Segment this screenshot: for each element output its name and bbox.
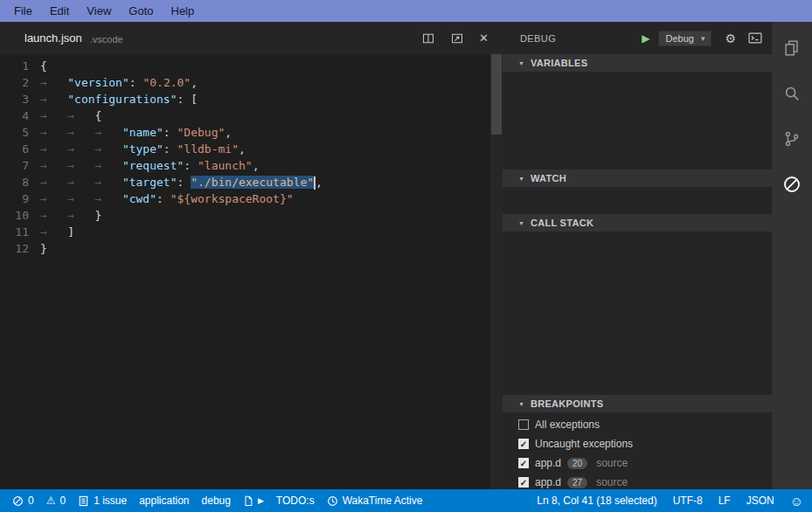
breakpoint-checkbox[interactable]: ✓ [518,439,529,449]
debug-config-select[interactable]: Debug ▾ [658,31,711,46]
code-token: "type" [122,142,163,156]
code-token: "lldb-mi" [177,142,239,156]
line-number[interactable]: 9 [0,190,40,207]
document-icon [243,495,253,507]
menu-help[interactable]: Help [163,2,204,20]
code-token: : [ [177,93,198,106]
app-name[interactable]: application [139,495,189,507]
variables-section-title: VARIABLES [531,58,587,68]
code-token: "request" [122,159,184,172]
line-number[interactable]: 7 [0,157,40,174]
code-line[interactable]: 4→→{ [0,107,490,124]
chevron-down-icon: ▾ [701,34,705,43]
issues-indicator[interactable]: 1 issue [78,495,127,507]
tab-whitespace-arrow: → [67,174,94,190]
breakpoint-checkbox[interactable]: ✓ [518,477,529,488]
call-stack-section-header[interactable]: ▼ CALL STACK [503,214,772,232]
debug-sidebar-header: DEBUG ▶ Debug ▾ ⚙ [503,22,772,54]
feedback-smiley-icon[interactable]: ☺ [790,495,803,508]
breakpoint-checkbox[interactable] [518,419,529,430]
language-mode[interactable]: JSON [746,495,774,507]
code-lines[interactable]: 1{2→"version": "0.2.0",3→"configurations… [0,54,490,489]
breakpoints-section-header[interactable]: ▼ BREAKPOINTS [503,395,772,412]
variables-section-body [503,72,772,170]
code-line[interactable]: 2→"version": "0.2.0", [0,74,490,91]
menu-file[interactable]: File [5,2,41,20]
start-debug-icon[interactable]: ▶ [642,32,649,45]
watch-section-title: WATCH [531,173,566,183]
menu-view[interactable]: View [78,2,120,20]
line-number[interactable]: 3 [0,91,40,107]
debug-icon[interactable] [772,162,812,207]
error-count-label: 0 [28,495,34,507]
error-count[interactable]: 0 [12,495,34,507]
open-file-name[interactable]: launch.json [24,31,82,45]
code-text: →"version": "0.2.0", [40,74,198,91]
variables-section-header[interactable]: ▼ VARIABLES [503,54,772,72]
breakpoint-row[interactable]: ✓Uncaught exceptions [503,434,772,453]
configure-gear-icon[interactable]: ⚙ [725,31,736,45]
line-number[interactable]: 4 [0,107,40,124]
search-icon[interactable] [772,71,812,116]
line-number[interactable]: 2 [0,74,40,91]
breakpoint-row[interactable]: ✓app.d20source [503,453,772,473]
code-line[interactable]: 3→"configurations": [ [0,91,490,107]
breakpoint-label: app.d [535,457,561,469]
code-token: "configurations" [67,93,177,106]
split-editor-icon[interactable] [421,31,435,45]
code-line[interactable]: 1{ [0,58,490,74]
wakatime-indicator[interactable]: WakaTime Active [327,495,423,507]
code-token: : [129,76,143,89]
open-preview-icon[interactable] [450,31,464,45]
line-number[interactable]: 11 [0,224,40,240]
code-token: } [40,242,47,255]
debug-console-icon[interactable] [747,31,763,45]
close-editor-icon[interactable]: ✕ [479,31,489,45]
breakpoint-line-badge: 20 [567,458,587,469]
debug-panel-title: DEBUG [520,33,556,44]
line-number[interactable]: 5 [0,124,40,141]
tab-whitespace-arrow: → [40,174,67,190]
cursor-position[interactable]: Ln 8, Col 41 (18 selected) [537,495,656,507]
source-control-icon[interactable] [772,116,812,162]
breakpoint-row[interactable]: All exceptions [503,415,772,434]
editor-scrollbar[interactable] [490,54,503,489]
breakpoint-row[interactable]: ✓app.d27source [503,473,772,489]
code-token: "${workspaceRoot}" [170,192,294,205]
line-number[interactable]: 1 [0,58,40,74]
code-token: "launch" [198,159,253,172]
code-line[interactable]: 12} [0,240,490,257]
menu-goto[interactable]: Goto [120,2,162,20]
line-number[interactable]: 6 [0,141,40,157]
tab-whitespace-arrow: → [40,190,67,207]
menu-edit[interactable]: Edit [41,2,78,20]
todo-indicator[interactable]: TODO:s [276,495,315,507]
code-line[interactable]: 11→] [0,224,490,240]
eol-indicator[interactable]: LF [718,495,731,507]
warning-icon: ⚠ [46,495,56,506]
code-line[interactable]: 8→→→"target": "./bin/executable", [0,174,490,190]
line-number[interactable]: 12 [0,240,40,257]
code-line[interactable]: 5→→→"name": "Debug", [0,124,490,141]
code-line[interactable]: 6→→→"type": "lldb-mi", [0,141,490,157]
code-token: "Debug" [177,126,226,139]
scrollbar-thumb[interactable] [491,54,502,135]
explorer-icon[interactable] [772,25,812,71]
debug-sidebar: DEBUG ▶ Debug ▾ ⚙ ▼ VARIABLES ▼ WATCH ▼ [503,22,772,489]
debug-config-label: Debug [665,33,693,44]
clock-icon [327,495,338,507]
document-indicator[interactable]: ▶ [243,495,264,507]
breakpoint-checkbox[interactable]: ✓ [518,458,529,468]
line-number[interactable]: 8 [0,174,40,190]
encoding-indicator[interactable]: UTF-8 [673,495,703,507]
code-line[interactable]: 7→→→"request": "launch", [0,157,490,174]
warning-count[interactable]: ⚠ 0 [46,495,66,507]
code-line[interactable]: 10→→} [0,207,490,224]
debug-config-status[interactable]: debug [202,495,231,507]
tab-whitespace-arrow: → [67,141,94,157]
code-token: : [177,176,191,189]
language-label: JSON [746,495,774,507]
watch-section-header[interactable]: ▼ WATCH [503,170,772,187]
code-line[interactable]: 9→→→"cwd": "${workspaceRoot}" [0,190,490,207]
line-number[interactable]: 10 [0,207,40,224]
